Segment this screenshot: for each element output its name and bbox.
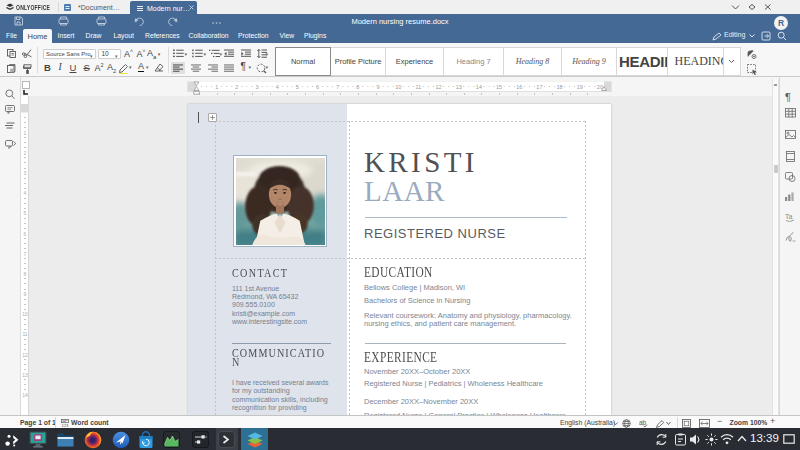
svg-text:7: 7 — [24, 251, 27, 257]
svg-text:12: 12 — [22, 352, 28, 358]
svg-text:8: 8 — [356, 83, 359, 89]
svg-text:13: 13 — [22, 372, 28, 378]
svg-text:7: 7 — [336, 83, 339, 89]
svg-text:17: 17 — [536, 83, 542, 89]
svg-text:2: 2 — [24, 150, 27, 156]
svg-text:5: 5 — [24, 210, 27, 216]
svg-text:8: 8 — [24, 271, 27, 277]
svg-text:10: 10 — [22, 311, 28, 317]
svg-text:20: 20 — [597, 83, 603, 89]
svg-text:18: 18 — [557, 83, 563, 89]
svg-text:14: 14 — [22, 392, 28, 398]
svg-text:12: 12 — [435, 83, 441, 89]
svg-text:15: 15 — [496, 83, 502, 89]
svg-text:19: 19 — [577, 83, 583, 89]
svg-text:16: 16 — [516, 83, 522, 89]
svg-text:9: 9 — [376, 83, 379, 89]
svg-text:4: 4 — [24, 190, 27, 196]
svg-text:9: 9 — [24, 291, 27, 297]
svg-text:11: 11 — [416, 83, 422, 89]
svg-text:Ta: Ta — [785, 212, 793, 219]
svg-text:4: 4 — [276, 83, 279, 89]
svg-text:14: 14 — [476, 83, 482, 89]
svg-text:1: 1 — [24, 130, 27, 136]
svg-text:5: 5 — [296, 83, 299, 89]
svg-text:123: 123 — [61, 423, 69, 427]
svg-text:2: 2 — [235, 83, 238, 89]
svg-text:3: 3 — [255, 83, 258, 89]
svg-text:3: 3 — [24, 170, 27, 176]
svg-text:6: 6 — [316, 83, 319, 89]
svg-text:11: 11 — [22, 331, 27, 337]
svg-text:ab: ab — [639, 419, 647, 426]
svg-text:10: 10 — [395, 83, 401, 89]
svg-text:1: 1 — [215, 83, 218, 89]
svg-text:13: 13 — [456, 83, 462, 89]
svg-text:6: 6 — [24, 231, 27, 237]
